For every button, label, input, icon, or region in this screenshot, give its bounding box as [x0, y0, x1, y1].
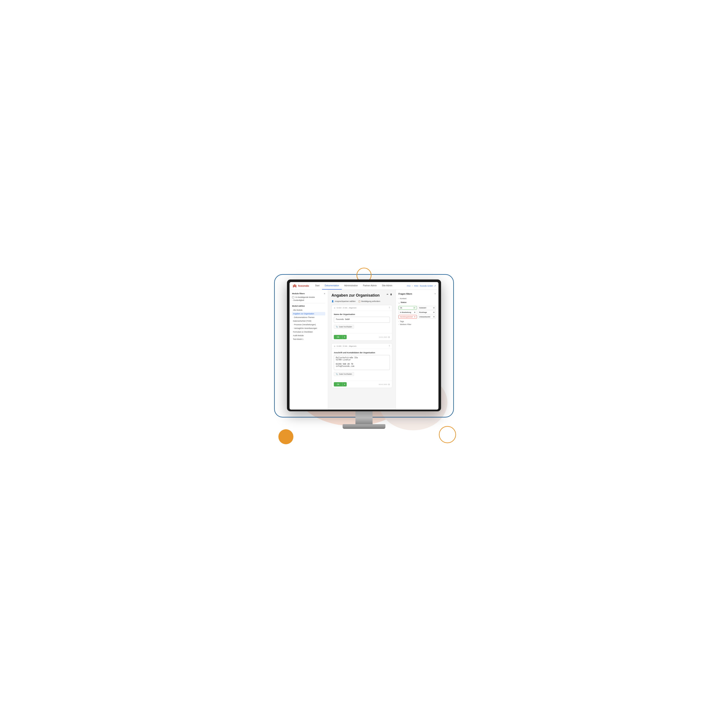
monitor-stand: [287, 411, 441, 429]
btn-ok-dropdown-arrow[interactable]: ▾: [343, 335, 347, 339]
card-2-date-delete-icon[interactable]: 🗑: [388, 384, 390, 385]
sidebar-item-datensicherheit[interactable]: Datensicherheit (TOM): [292, 319, 325, 323]
app-ui: foxondo Start Dokumentation Administrati…: [289, 282, 439, 410]
card-1-header: ⊛ G-010 | ℹ Info | Allgemein: [332, 305, 392, 311]
card-1-header-left: ⊛ G-010 | ℹ Info | Allgemein: [334, 307, 356, 309]
breadcrumb: FX2 > FDO - foxondo GmbH ↗: [407, 285, 436, 287]
card-1-footer: Ok ▾ 13.01.2023 🗑: [332, 333, 392, 341]
card-2-upload-button[interactable]: 📎 Datei hochladen: [334, 372, 354, 376]
filter-status-row[interactable]: ∨ Status: [398, 301, 436, 305]
clipboard-icon: 📋: [358, 300, 361, 302]
filter-kontext-section: › Kontext: [398, 297, 436, 300]
filter-kontext-row[interactable]: › Kontext: [398, 297, 436, 300]
status-grid: Ok 10 Geändert 0 In Bearbeitung: [398, 306, 436, 319]
card-angaben-2: ⊛ G-020 | ℹ Info | Allgemein: [332, 343, 392, 388]
page-title: Angaben zur Organisation: [332, 293, 379, 298]
card-2-ok-button[interactable]: Ok ▾: [334, 382, 347, 387]
bestatigung-button[interactable]: 📋 Bestätigung anfordern: [358, 300, 381, 302]
external-link-icon[interactable]: ↗: [434, 285, 436, 287]
filter-weitere-row[interactable]: › Weitere Filter: [398, 323, 436, 326]
logo-text: foxondo: [298, 284, 309, 288]
upload-icon-2: 📎: [336, 373, 338, 375]
status-unbeantwortet[interactable]: Unbeantwortet 5: [418, 315, 436, 319]
card-1-input[interactable]: foxondo GmbH: [334, 317, 390, 323]
card-2-body: Anschrift und Kontaktdaten der Organisat…: [332, 349, 392, 381]
delete-icon[interactable]: 🗑: [390, 293, 392, 295]
status-geandert[interactable]: Geändert 0: [418, 306, 436, 310]
nav-tab-administration[interactable]: Administration: [342, 282, 360, 289]
card-2-header-left: ⊛ G-020 | ℹ Info | Allgemein: [334, 345, 356, 347]
card-2-input[interactable]: Pollerhofstraße 33a 51789 Lindlar 02266 …: [334, 355, 390, 370]
sidebar-module-title: Modul wählen: [292, 305, 325, 307]
status-ok[interactable]: Ok 10: [398, 306, 417, 310]
edit-icon[interactable]: ✏: [387, 293, 388, 295]
right-panel-header: Fragen filtern ×: [398, 292, 436, 295]
zu-bestatigende-checkbox[interactable]: [292, 296, 294, 298]
sidebar-item-angaben-organisation[interactable]: Angaben zur Organisation: [292, 312, 325, 315]
chevron-icon: ›: [293, 317, 294, 318]
sidebar-divider: [292, 303, 325, 303]
nav-tab-start[interactable]: Start: [312, 282, 322, 289]
nav-tab-dokumentation[interactable]: Dokumentation: [322, 282, 341, 289]
chevron-weitere-icon: ›: [398, 324, 399, 326]
card-2-question-icon[interactable]: ?: [388, 345, 390, 347]
card-1-question-icon[interactable]: ?: [388, 307, 390, 309]
filter-tags-row[interactable]: › Tags: [398, 320, 436, 323]
breadcrumb-sep1: >: [412, 285, 413, 287]
card-1-upload-button[interactable]: 📎 Datei hochladen: [334, 325, 354, 329]
card-1-date-delete-icon[interactable]: 🗑: [388, 336, 390, 338]
sidebar-item-formulare[interactable]: Formulare & Checklisten: [292, 330, 325, 333]
person-icon: 👤: [332, 300, 334, 302]
chevron-kontext-icon: ›: [398, 298, 399, 300]
scene: foxondo Start Dokumentation Administrati…: [268, 268, 460, 460]
card-angaben-1: ⊛ G-010 | ℹ Info | Allgemein: [332, 305, 392, 341]
card-2-header: ⊛ G-020 | ℹ Info | Allgemein: [332, 343, 392, 349]
sidebar-close-button[interactable]: ×: [324, 292, 325, 295]
logo-area: foxondo: [292, 284, 309, 288]
chevron-tags-icon: ›: [398, 321, 399, 323]
card-1-date: 13.01.2023 🗑: [379, 336, 390, 338]
monitor: foxondo Start Dokumentation Administrati…: [287, 280, 441, 429]
sidebar-item-prozesse[interactable]: › Prozesse (Verarbeitungen): [292, 323, 325, 326]
chevron-icon: ›: [293, 327, 294, 329]
nav-tab-partner-admin[interactable]: Partner-Admin: [360, 282, 379, 289]
sidebar-item-alle-module[interactable]: Alle Module: [292, 308, 325, 312]
nav-tab-site-admin[interactable]: Site-Admin: [379, 282, 395, 289]
svg-point-0: [294, 286, 294, 286]
card-2-footer: Ok ▾ 09.02.2023 🗑: [332, 381, 392, 388]
status-in-bearbeitung[interactable]: In Bearbeitung 0: [398, 310, 417, 314]
card-2-field-label: Anschrift und Kontaktdaten der Organisat…: [334, 352, 390, 354]
sidebar-item-test-modul[interactable]: Test-Modul 1: [292, 338, 325, 341]
sidebar-item-dokumentations-themen[interactable]: › Dokumentations-Themen: [292, 316, 325, 319]
orange-disc-bl-decoration: [278, 429, 294, 444]
foxondo-logo-icon: [292, 284, 297, 288]
breadcrumb-fx2[interactable]: FX2: [407, 285, 411, 287]
sidebar-zustandigkeit[interactable]: › Zuständigkeit: [292, 299, 325, 301]
ansprechpartner-button[interactable]: 👤 Ansprechpartner wählen: [332, 300, 356, 302]
sidebar-item-audit-module[interactable]: Audit-Module: [292, 334, 325, 337]
right-panel: Fragen filtern × › Kontext: [396, 290, 439, 410]
right-panel-close-button[interactable]: ×: [434, 292, 436, 295]
status-ruckfrage[interactable]: Rückfrage 0: [418, 310, 436, 314]
card-2-link-icon: ⊛: [334, 345, 335, 347]
nav-tabs: Start Dokumentation Administration Partn…: [312, 282, 395, 289]
chevron-icon: ›: [292, 299, 293, 301]
page-header: Angaben zur Organisation ✏ 🗑: [332, 293, 392, 298]
btn-ok-2-dropdown-arrow[interactable]: ▾: [343, 382, 347, 387]
monitor-body: foxondo Start Dokumentation Administrati…: [287, 280, 441, 411]
content-area: Angaben zur Organisation ✏ 🗑 👤: [328, 290, 396, 410]
card-2-tag: G-020 | ℹ Info | Allgemein: [336, 345, 356, 347]
top-nav: foxondo Start Dokumentation Administrati…: [289, 282, 439, 290]
card-1-body: Name der Organisation foxondo GmbH 📎 Dat…: [332, 311, 392, 333]
status-handlungsbedarf[interactable]: Handlungsbedarf 0: [398, 315, 417, 319]
page-subactions: 👤 Ansprechpartner wählen 📋 Bestätigung a…: [332, 300, 392, 302]
page-actions: ✏ 🗑: [387, 293, 392, 295]
sidebar: Module filtern × Zu bestätigende Module …: [289, 290, 328, 410]
sidebar-checkbox-row: Zu bestätigende Module: [292, 296, 325, 298]
chevron-status-icon: ∨: [398, 302, 400, 304]
upload-icon: 📎: [336, 326, 338, 328]
stand-base: [343, 424, 385, 429]
card-1-ok-button[interactable]: Ok ▾: [334, 335, 347, 339]
breadcrumb-fdo[interactable]: FDO - foxondo GmbH: [414, 285, 433, 287]
sidebar-item-vertragliche[interactable]: › Vertragliche Vereinbarungen: [292, 327, 325, 330]
